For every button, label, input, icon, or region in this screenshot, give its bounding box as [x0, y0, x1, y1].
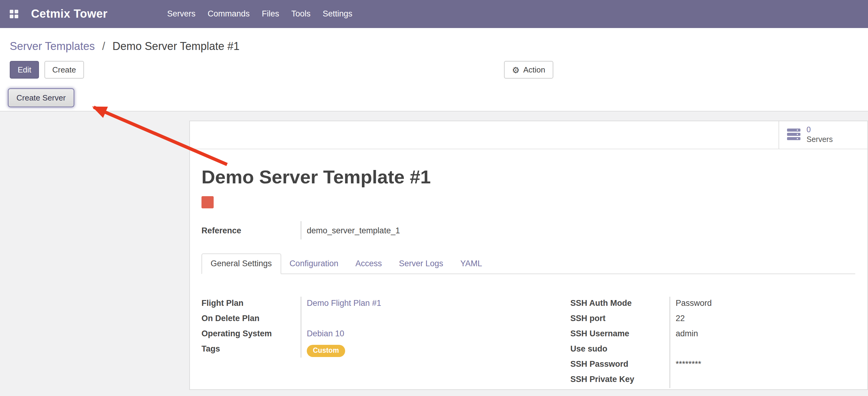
field-row-ssh-auth-mode: SSH Auth Mode Password: [570, 297, 855, 312]
field-value: [670, 373, 676, 388]
breadcrumb-separator: /: [102, 40, 105, 52]
color-swatch: [202, 196, 214, 208]
tab-yaml[interactable]: YAML: [452, 253, 491, 274]
gear-icon: ⚙: [512, 65, 520, 74]
form-sheet: 0 Servers Demo Server Template #1 Refere…: [189, 121, 868, 390]
main-menu: Servers Commands Files Tools Settings: [161, 0, 359, 28]
stat-count: 0: [807, 125, 833, 135]
sheet-body: Demo Server Template #1 Reference demo_s…: [190, 149, 867, 388]
field-label: On Delete Plan: [202, 312, 301, 327]
field-row-flight-plan: Flight Plan Demo Flight Plan #1: [202, 297, 570, 312]
apps-grid-square: [10, 15, 13, 18]
top-navbar: Cetmix Tower Servers Commands Files Tool…: [0, 0, 868, 28]
menu-item-settings[interactable]: Settings: [316, 0, 359, 28]
field-label: SSH Password: [570, 358, 670, 373]
field-row-reference: Reference demo_server_template_1: [202, 221, 570, 239]
form-group-left: Flight Plan Demo Flight Plan #1 On Delet…: [202, 297, 570, 388]
tab-configuration[interactable]: Configuration: [281, 253, 347, 274]
notebook-tabs: General Settings Configuration Access Se…: [202, 253, 855, 274]
servers-icon: [786, 128, 801, 142]
app-window: Cetmix Tower Servers Commands Files Tool…: [0, 0, 868, 396]
operating-system-link[interactable]: Debian 10: [301, 327, 344, 342]
servers-stat-button[interactable]: 0 Servers: [778, 121, 867, 149]
action-button[interactable]: ⚙ Action: [504, 61, 553, 79]
action-button-label: Action: [523, 65, 545, 74]
apps-grid-square: [14, 15, 18, 18]
menu-item-files[interactable]: Files: [256, 0, 285, 28]
field-value: [670, 342, 676, 358]
apps-menu-icon[interactable]: [10, 10, 18, 18]
stat-label: Servers: [807, 135, 833, 144]
field-label: SSH Auth Mode: [570, 297, 670, 312]
status-bar: Create Server: [0, 82, 868, 112]
general-settings-page: Flight Plan Demo Flight Plan #1 On Delet…: [202, 297, 855, 388]
record-title: Demo Server Template #1: [202, 166, 855, 188]
control-panel: Edit Create ⚙ Action: [0, 53, 868, 82]
brand-title[interactable]: Cetmix Tower: [31, 7, 107, 21]
tag-badge: Custom: [307, 345, 345, 357]
field-row-tags: Tags Custom: [202, 342, 570, 358]
field-value: Custom: [301, 342, 345, 358]
stat-text: 0 Servers: [807, 125, 833, 145]
field-label: SSH Private Key: [570, 373, 670, 388]
breadcrumb: Server Templates / Demo Server Template …: [0, 28, 868, 53]
field-label: Flight Plan: [202, 297, 301, 312]
tab-access[interactable]: Access: [347, 253, 391, 274]
field-value: admin: [670, 327, 698, 342]
field-value: demo_server_template_1: [301, 221, 400, 239]
field-label: Reference: [202, 221, 301, 239]
flight-plan-link[interactable]: Demo Flight Plan #1: [301, 297, 381, 312]
field-row-operating-system: Operating System Debian 10: [202, 327, 570, 342]
create-server-button[interactable]: Create Server: [8, 88, 74, 107]
form-group-right: SSH Auth Mode Password SSH port 22 SSH U…: [570, 297, 855, 388]
apps-grid-square: [14, 10, 18, 13]
field-label: SSH port: [570, 312, 670, 327]
menu-item-commands[interactable]: Commands: [202, 0, 256, 28]
field-row-on-delete-plan: On Delete Plan: [202, 312, 570, 327]
field-label: Operating System: [202, 327, 301, 342]
field-label: SSH Username: [570, 327, 670, 342]
field-row-use-sudo: Use sudo: [570, 342, 855, 358]
menu-item-servers[interactable]: Servers: [161, 0, 202, 28]
menu-item-tools[interactable]: Tools: [285, 0, 316, 28]
stat-button-box: 0 Servers: [190, 121, 867, 149]
breadcrumb-current: Demo Server Template #1: [113, 40, 240, 52]
tab-general-settings[interactable]: General Settings: [202, 253, 281, 274]
field-row-ssh-port: SSH port 22: [570, 312, 855, 327]
breadcrumb-parent-link[interactable]: Server Templates: [10, 40, 95, 52]
field-value: ********: [670, 358, 701, 373]
field-value: 22: [670, 312, 685, 327]
field-label: Tags: [202, 342, 301, 358]
create-button[interactable]: Create: [44, 61, 84, 79]
apps-grid-square: [10, 10, 13, 13]
field-value: Password: [670, 297, 712, 312]
edit-button[interactable]: Edit: [10, 61, 39, 79]
tab-server-logs[interactable]: Server Logs: [391, 253, 452, 274]
field-label: Use sudo: [570, 342, 670, 358]
field-value: [301, 312, 307, 327]
field-row-ssh-username: SSH Username admin: [570, 327, 855, 342]
content-area: 0 Servers Demo Server Template #1 Refere…: [0, 112, 868, 396]
field-row-ssh-password: SSH Password ********: [570, 358, 855, 373]
field-row-ssh-private-key: SSH Private Key: [570, 373, 855, 388]
